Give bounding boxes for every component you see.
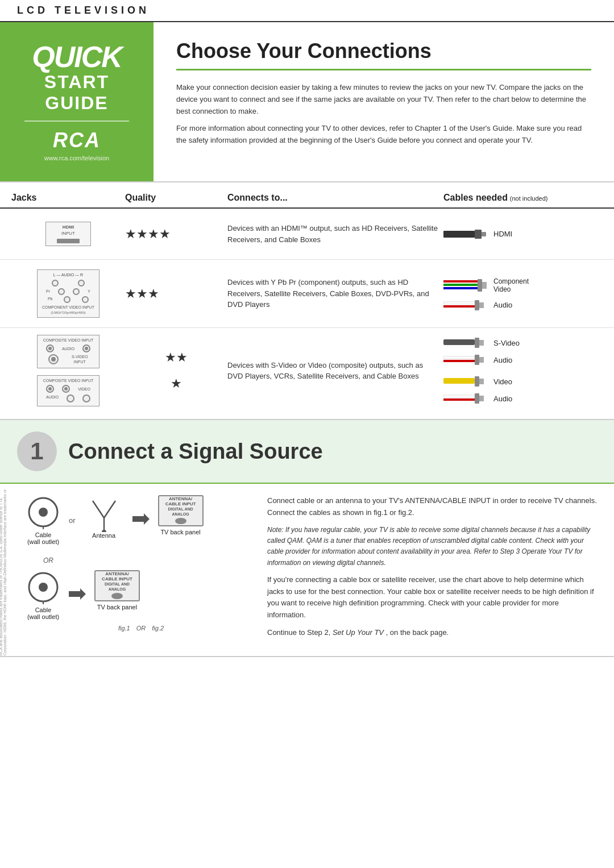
svg-rect-2 — [482, 232, 486, 236]
hdmi-cable-graphic — [443, 229, 489, 240]
cables-svideo: S-Video Audio Video — [443, 338, 603, 404]
svg-rect-7 — [482, 282, 487, 289]
audio-cable-graphic-3 — [443, 393, 489, 404]
svg-line-30 — [104, 501, 115, 518]
intro-text-2: For more information about connecting yo… — [176, 123, 591, 147]
quick-start-box: QUICK START GUIDE RCA www.rca.com/televi… — [0, 22, 154, 181]
connects-svideo: Devices with S-Video or Video (composite… — [227, 360, 443, 382]
antenna-diagram: Antenna — [84, 495, 124, 539]
step1-text-content: Connect cable or an antenna to your TV's… — [267, 495, 597, 644]
video-rca-cable-graphic — [443, 376, 489, 387]
col-cables: Cables needed (not included) — [443, 193, 603, 203]
table-row: L — AUDIO — R Pr Y Pb COMPONENT VIDEO IN… — [0, 260, 614, 328]
connects-component: Devices with Y Pb Pr (component) outputs… — [227, 277, 443, 310]
cable-outlet-diagram: Cable (wall outlet) — [26, 495, 60, 545]
step1-body: Connect cable or an antenna to your TV's… — [267, 495, 597, 519]
tv-back-panel-label-2: TV back panel — [97, 604, 137, 610]
rca-brand: RCA — [53, 128, 101, 152]
audio-cable-graphic-1 — [443, 300, 489, 310]
svg-point-35 — [39, 583, 48, 592]
disclaimer-text: RCA and associated marks are trademarks … — [0, 484, 7, 655]
step1-content: RCA and associated marks are trademarks … — [0, 484, 614, 657]
svg-point-27 — [39, 508, 48, 517]
antenna-icon — [84, 495, 124, 532]
page-title: Choose Your Connections — [176, 39, 591, 70]
svg-rect-17 — [475, 355, 479, 365]
quality-component: ★★★ — [125, 286, 227, 301]
svg-rect-6 — [478, 279, 482, 292]
tv-back-panel-2: ANTENNA/CABLE INPUTDIGITAL AND ANALOG TV… — [94, 570, 140, 610]
col-quality: Quality — [125, 193, 227, 203]
svg-marker-37 — [69, 588, 86, 600]
svg-rect-23 — [443, 398, 475, 401]
svg-rect-19 — [443, 378, 475, 384]
arrow-icon — [132, 513, 150, 525]
jack-hdmi: HDMI INPUT — [11, 222, 125, 246]
tv-back-panel-1: ANTENNA/CABLE INPUTDIGITAL AND ANALOG TV… — [158, 495, 204, 535]
table-row: HDMI INPUT ★★★★ Devices with an HDMI™ ou… — [0, 209, 614, 260]
tv-back-panel-label-1: TV back panel — [160, 529, 200, 535]
svg-rect-13 — [475, 338, 479, 348]
step1-header: 1 Connect a Signal Source — [0, 420, 614, 484]
connections-header: Jacks Quality Connects to... Cables need… — [0, 188, 614, 209]
svg-rect-0 — [443, 231, 475, 238]
rca-website: www.rca.com/television — [44, 155, 109, 161]
step1-title: Connect a Signal Source — [68, 439, 323, 464]
svg-rect-12 — [443, 339, 475, 345]
quick-divider — [24, 121, 129, 122]
svg-rect-15 — [443, 356, 475, 359]
quick-label: QUICK — [32, 42, 122, 72]
cable-outlet-diagram-2: Cable (wall outlet) — [26, 570, 60, 620]
svg-rect-21 — [479, 379, 484, 384]
fig-labels: fig.1 OR fig.2 — [26, 625, 256, 632]
quality-svideo: ★★ ★ — [125, 350, 227, 391]
svg-rect-9 — [443, 305, 475, 308]
header-title: LCD TELEVISION — [17, 5, 150, 16]
intro-box: Choose Your Connections Make your connec… — [154, 22, 614, 181]
or-text-inline: or — [69, 516, 76, 525]
svg-rect-20 — [475, 376, 479, 387]
start-label: START — [44, 72, 109, 93]
intro-text-1: Make your connection decision easier by … — [176, 82, 591, 117]
component-cable-graphic — [443, 279, 489, 292]
cable-outlet-icon — [26, 495, 60, 529]
svg-rect-25 — [479, 396, 484, 401]
jack-svideo: COMPOSITE VIDEO INPUT AUDIO S-VIDEOINPUT… — [11, 335, 125, 406]
top-section: QUICK START GUIDE RCA www.rca.com/televi… — [0, 22, 614, 182]
svg-rect-4 — [443, 284, 478, 286]
wall-outlet-label: (wall outlet) — [27, 538, 59, 545]
quality-hdmi: ★★★★ — [125, 227, 227, 242]
arrow-icon-2 — [69, 588, 86, 600]
svg-rect-10 — [475, 300, 479, 310]
svg-rect-16 — [443, 360, 475, 362]
connections-section: Jacks Quality Connects to... Cables need… — [0, 182, 614, 420]
svg-rect-22 — [443, 395, 475, 397]
jack-component: L — AUDIO — R Pr Y Pb COMPONENT VIDEO IN… — [11, 269, 125, 318]
antenna-label: Antenna — [92, 532, 115, 539]
svg-rect-18 — [479, 357, 484, 363]
cable-label: Cable — [35, 531, 52, 538]
step-number-circle: 1 — [17, 431, 57, 471]
header: LCD TELEVISION — [0, 0, 614, 22]
cables-hdmi: HDMI — [443, 229, 603, 240]
svideo-cable-graphic — [443, 338, 489, 348]
svg-rect-5 — [443, 287, 478, 289]
svg-marker-33 — [132, 513, 150, 525]
svg-rect-1 — [475, 230, 482, 239]
svg-rect-11 — [479, 302, 484, 308]
cables-component: ComponentVideo Audio — [443, 277, 603, 310]
or-divider: OR — [43, 556, 256, 564]
svg-rect-8 — [443, 302, 475, 304]
col-jacks: Jacks — [11, 193, 125, 203]
cable-outlet-icon-2 — [26, 570, 60, 604]
svg-line-29 — [93, 501, 104, 518]
step1-continue: Continue to Step 2, Set Up Your TV , on … — [267, 627, 597, 639]
svg-rect-14 — [479, 340, 484, 346]
step1-note: Note: If you have regular cable, your TV… — [267, 525, 597, 568]
svg-rect-24 — [475, 393, 479, 404]
table-row: COMPOSITE VIDEO INPUT AUDIO S-VIDEOINPUT… — [0, 328, 614, 413]
svg-rect-3 — [443, 280, 478, 283]
guide-label: GUIDE — [45, 93, 108, 114]
col-connects: Connects to... — [227, 193, 443, 203]
step1-satellite: If you're connecting a cable box or sate… — [267, 574, 597, 621]
